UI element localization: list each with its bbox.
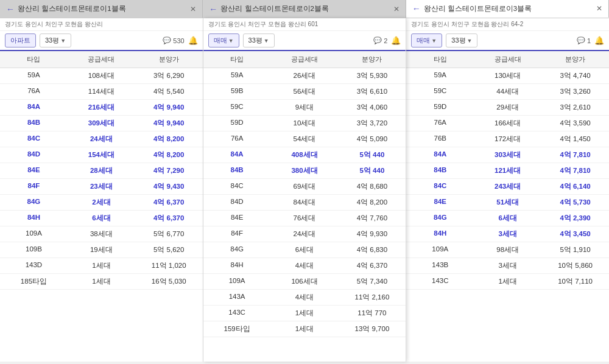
- cell-type: 185타입: [0, 276, 68, 287]
- table-row[interactable]: 84F24세대4억 9,930: [203, 226, 406, 242]
- table-row[interactable]: 59C9세대3억 4,060: [203, 100, 406, 116]
- table-row[interactable]: 84C243세대4억 6,140: [406, 179, 609, 195]
- tab-1[interactable]: ← 왕산리 힐스테이트몬테로이1블록 ✕: [0, 0, 203, 18]
- cell-supply: 1세대: [271, 307, 339, 319]
- cell-supply: 130세대: [474, 70, 541, 82]
- cell-supply: 108세대: [68, 70, 135, 82]
- table-row[interactable]: 84H4세대4억 6,370: [203, 258, 406, 274]
- table-row[interactable]: 159타입1세대13억 9,700: [203, 321, 406, 337]
- table-row[interactable]: 84A216세대4억 9,940: [0, 100, 203, 116]
- cell-type: 84C: [0, 133, 68, 145]
- table-row[interactable]: 84F23세대4억 9,430: [0, 179, 203, 195]
- panel2-bell-icon[interactable]: 🔔: [391, 36, 401, 45]
- cell-type: 84A: [0, 102, 68, 113]
- table-row[interactable]: 84D154세대4억 8,200: [0, 147, 203, 163]
- table-row[interactable]: 59B56세대3억 6,610: [203, 84, 406, 100]
- table-row[interactable]: 76A54세대4억 5,090: [203, 131, 406, 147]
- table-row[interactable]: 84B309세대4억 9,940: [0, 116, 203, 131]
- tab1-close-icon[interactable]: ✕: [190, 5, 196, 13]
- panel1-table-header: 타입 공급세대 분양가: [0, 51, 203, 68]
- table-row[interactable]: 84G6세대4억 6,830: [203, 242, 406, 258]
- panel1-th-type: 타입: [0, 54, 68, 65]
- table-row[interactable]: 143A4세대11억 2,160: [203, 290, 406, 306]
- cell-type: 84B: [0, 117, 68, 129]
- cell-type: 76A: [0, 86, 68, 97]
- table-row[interactable]: 84E51세대4억 5,730: [406, 195, 609, 211]
- table-row[interactable]: 143D1세대11억 1,020: [0, 258, 203, 274]
- tab3-close-icon[interactable]: ✕: [596, 4, 602, 13]
- table-row[interactable]: 59A108세대3억 6,290: [0, 68, 203, 84]
- panel3-table-body: 59A130세대3억 4,74059C44세대3억 3,26059D29세대3억…: [406, 68, 609, 362]
- table-row[interactable]: 59D10세대3억 3,720: [203, 116, 406, 131]
- table-row[interactable]: 84A408세대5억 440: [203, 147, 406, 163]
- tab-3[interactable]: ← 왕산리 힐스테이트몬테로이3블록 ✕: [406, 0, 609, 18]
- cell-type: 143C: [406, 276, 474, 287]
- panel1-th-supply: 공급세대: [68, 54, 135, 65]
- table-row[interactable]: 84E28세대4억 7,290: [0, 163, 203, 179]
- cell-type: 76B: [406, 133, 474, 145]
- cell-type: 84B: [406, 165, 474, 177]
- table-row[interactable]: 59D29세대3억 2,610: [406, 100, 609, 116]
- table-row[interactable]: 59C44세대3억 3,260: [406, 84, 609, 100]
- table-row[interactable]: 59A130세대3억 4,740: [406, 68, 609, 84]
- table-row[interactable]: 84D84세대4억 8,200: [203, 195, 406, 211]
- cell-type: 76A: [406, 117, 474, 129]
- panel1-type-btn[interactable]: 아파트: [5, 33, 36, 47]
- cell-type: 109B: [0, 244, 68, 256]
- tab3-back-icon[interactable]: ←: [412, 4, 421, 13]
- panel2-sale-btn[interactable]: 매매 ▼: [208, 33, 239, 47]
- cell-supply: 106세대: [271, 276, 339, 287]
- panel2-table-header: 타입 공급세대 분양가: [203, 51, 406, 68]
- cell-price: 4억 6,830: [338, 244, 406, 256]
- cell-price: 11억 2,160: [338, 292, 406, 303]
- cell-supply: 6세대: [68, 212, 135, 224]
- table-row[interactable]: 84H6세대4억 6,370: [0, 211, 203, 226]
- table-row[interactable]: 143C1세대11억 770: [203, 306, 406, 321]
- panel1-bell-icon[interactable]: 🔔: [188, 36, 198, 45]
- table-row[interactable]: 76B172세대4억 1,450: [406, 131, 609, 147]
- cell-price: 4억 7,760: [338, 212, 406, 224]
- panel1-table-body: 59A108세대3억 6,29076A114세대4억 5,54084A216세대…: [0, 68, 203, 362]
- table-row[interactable]: 84G6세대4억 2,390: [406, 211, 609, 226]
- panel3-th-type: 타입: [406, 54, 474, 65]
- tab2-back-icon[interactable]: ←: [209, 4, 217, 14]
- cell-supply: 1세대: [68, 260, 135, 271]
- table-row[interactable]: 143C1세대10억 7,110: [406, 274, 609, 290]
- cell-price: 4억 8,680: [338, 181, 406, 192]
- panel2-chat-count: 2: [384, 37, 387, 44]
- panel3-sale-chevron: ▼: [431, 38, 437, 44]
- panel1-size-btn[interactable]: 33평 ▼: [40, 33, 71, 47]
- table-row[interactable]: 84E76세대4억 7,760: [203, 211, 406, 226]
- panel3-sale-btn[interactable]: 매매 ▼: [411, 33, 442, 47]
- table-row[interactable]: 109A106세대5억 7,340: [203, 274, 406, 290]
- cell-type: 84B: [203, 165, 271, 177]
- table-row[interactable]: 109A98세대5억 1,910: [406, 242, 609, 258]
- cell-type: 59C: [203, 102, 271, 113]
- table-row[interactable]: 76A114세대4억 5,540: [0, 84, 203, 100]
- table-row[interactable]: 143B3세대10억 5,860: [406, 258, 609, 274]
- table-row[interactable]: 109A38세대5억 6,770: [0, 226, 203, 242]
- table-row[interactable]: 59A26세대3억 5,930: [203, 68, 406, 84]
- table-row[interactable]: 84G2세대4억 6,370: [0, 195, 203, 211]
- table-row[interactable]: 76A166세대4억 3,590: [406, 116, 609, 131]
- tab-2[interactable]: ← 왕산리 힐스테이트몬테로이2블록 ✕: [203, 0, 406, 18]
- cell-type: 109A: [0, 228, 68, 240]
- table-row[interactable]: 84B121세대4억 7,810: [406, 163, 609, 179]
- table-row[interactable]: 84H3세대4억 3,450: [406, 226, 609, 242]
- table-row[interactable]: 84B380세대5억 440: [203, 163, 406, 179]
- panel2-size-btn[interactable]: 33평 ▼: [243, 33, 275, 47]
- tab1-back-icon[interactable]: ←: [6, 4, 15, 14]
- panel3-th-price: 분양가: [541, 54, 609, 65]
- cell-price: 4억 6,370: [135, 212, 203, 224]
- panel3-size-btn[interactable]: 33평 ▼: [446, 33, 477, 47]
- panel3-bell-icon[interactable]: 🔔: [594, 36, 604, 45]
- table-row[interactable]: 84A303세대4억 7,810: [406, 147, 609, 163]
- tab2-close-icon[interactable]: ✕: [393, 5, 400, 13]
- table-row[interactable]: 84C24세대4억 8,200: [0, 131, 203, 147]
- cell-supply: 303세대: [474, 149, 541, 161]
- table-row[interactable]: 84C69세대4억 8,680: [203, 179, 406, 195]
- table-row[interactable]: 109B19세대5억 5,620: [0, 242, 203, 258]
- table-row[interactable]: 185타입1세대16억 5,030: [0, 274, 203, 290]
- cell-supply: 51세대: [474, 197, 541, 208]
- cell-type: 59A: [203, 70, 271, 82]
